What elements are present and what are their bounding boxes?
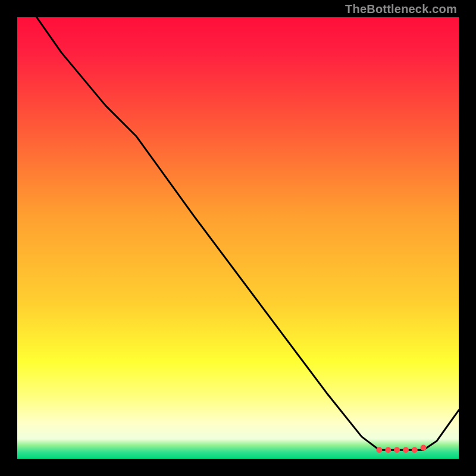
marker-point xyxy=(403,447,409,453)
gradient-background xyxy=(17,17,459,459)
plot-area xyxy=(17,17,459,459)
watermark-text: TheBottleneck.com xyxy=(345,2,457,16)
marker-point xyxy=(394,447,400,453)
chart-frame: TheBottleneck.com xyxy=(0,0,476,476)
marker-point xyxy=(376,447,382,453)
marker-point xyxy=(385,447,391,453)
chart-svg xyxy=(17,17,459,459)
marker-point xyxy=(412,447,418,453)
marker-point xyxy=(421,445,427,451)
